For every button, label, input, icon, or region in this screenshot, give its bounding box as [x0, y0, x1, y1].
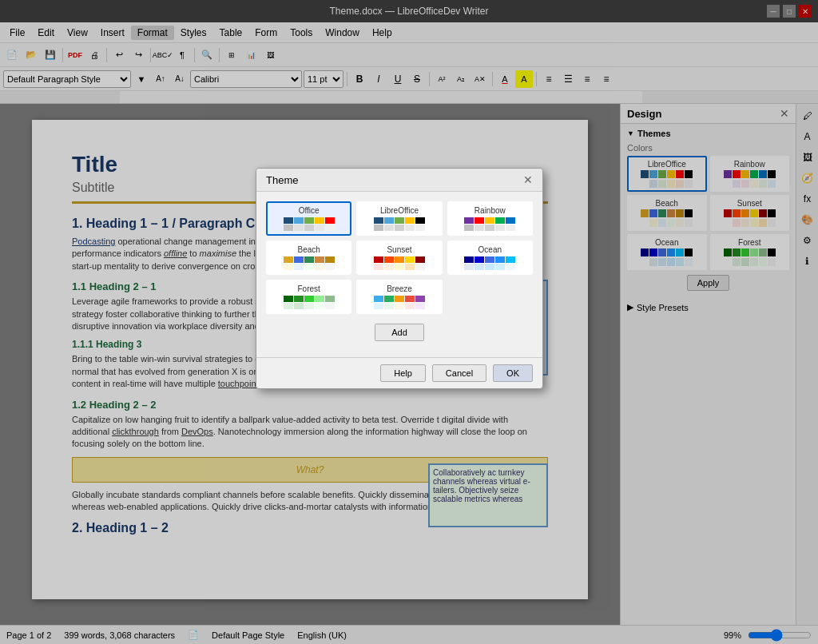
dialog-theme-rainbow-label: Rainbow — [452, 206, 528, 215]
dialog-theme-forest-label: Forest — [271, 284, 347, 293]
dialog-sunset-colors — [361, 256, 437, 270]
dialog-theme-ocean[interactable]: Ocean — [447, 241, 533, 275]
dialog-theme-grid: Office — [266, 201, 533, 314]
dialog-forest-colors — [271, 296, 347, 309]
dialog-title-bar: Theme ✕ — [256, 169, 542, 192]
dialog-theme-libreoffice-label: LibreOffice — [361, 206, 437, 215]
dialog-theme-beach-label: Beach — [271, 245, 347, 254]
dialog-theme-office-label: Office — [271, 206, 347, 215]
dialog-office-colors — [271, 217, 347, 231]
dialog-theme-sunset[interactable]: Sunset — [356, 241, 442, 275]
dialog-theme-sunset-label: Sunset — [361, 245, 437, 254]
dialog-theme-libreoffice[interactable]: LibreOffice — [356, 201, 442, 236]
dialog-theme-office[interactable]: Office — [266, 201, 351, 236]
cancel-button[interactable]: Cancel — [432, 364, 486, 382]
dialog-rainbow-colors — [452, 217, 528, 231]
dialog-theme-breeze-label: Breeze — [361, 284, 437, 293]
dialog-buttons: Help Cancel OK — [256, 357, 542, 388]
dialog-title: Theme — [266, 174, 298, 186]
dialog-ocean-colors — [452, 256, 528, 270]
add-button[interactable]: Add — [375, 324, 424, 341]
dialog-beach-colors — [271, 256, 347, 270]
dialog-theme-beach[interactable]: Beach — [266, 241, 351, 275]
dialog-close-button[interactable]: ✕ — [523, 173, 533, 186]
dialog-theme-ocean-label: Ocean — [452, 245, 528, 254]
dialog-breeze-colors — [361, 296, 437, 309]
dialog-theme-breeze[interactable]: Breeze — [356, 280, 442, 314]
theme-dialog: Theme ✕ Office — [256, 168, 543, 389]
dialog-body: Office — [256, 192, 542, 357]
modal-overlay: Theme ✕ Office — [0, 0, 818, 644]
dialog-libreoffice-colors — [361, 217, 437, 231]
help-button[interactable]: Help — [380, 364, 426, 382]
ok-button[interactable]: OK — [493, 364, 533, 382]
dialog-theme-rainbow[interactable]: Rainbow — [447, 201, 533, 236]
dialog-theme-forest[interactable]: Forest — [266, 280, 351, 314]
